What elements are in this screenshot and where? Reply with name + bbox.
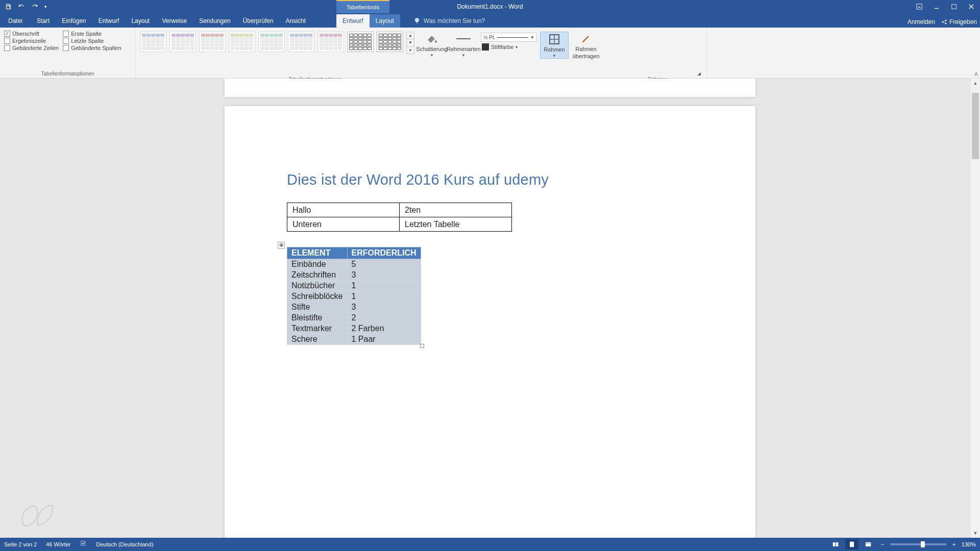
check-first-column[interactable]: Erste Spalte: [63, 31, 121, 37]
gallery-scroll-down[interactable]: ▼: [407, 39, 414, 46]
tab-mailings[interactable]: Sendungen: [193, 14, 236, 28]
table-row[interactable]: Stifte3: [287, 302, 421, 313]
scroll-track[interactable]: [971, 88, 980, 529]
ribbon-tabs: Datei Start Einfügen Entwurf Layout Verw…: [0, 13, 980, 28]
table-row[interactable]: Unteren Letzten Tabelle: [287, 217, 512, 232]
close-button[interactable]: [963, 0, 980, 13]
gallery-scroll-up[interactable]: ▲: [407, 32, 414, 39]
view-print-layout[interactable]: [845, 539, 859, 549]
tab-table-layout[interactable]: Layout: [370, 14, 400, 28]
table-row[interactable]: Zeitschriften3: [287, 270, 421, 281]
checkbox-icon: [63, 38, 69, 44]
chevron-down-icon: ▼: [530, 35, 534, 40]
tab-layout[interactable]: Layout: [125, 14, 156, 28]
gallery-scroll: ▲ ▼ ▾: [406, 32, 414, 54]
share-button[interactable]: Freigeben: [941, 18, 977, 26]
pen-color-swatch-icon: [482, 43, 489, 51]
border-styles-button[interactable]: Rahmenarten ▼: [449, 32, 478, 58]
status-word-count[interactable]: 46 Wörter: [46, 541, 70, 547]
signin-link[interactable]: Anmelden: [908, 18, 935, 26]
table-style-thumb[interactable]: [288, 32, 314, 52]
table-row[interactable]: Schreibblöcke1: [287, 291, 421, 302]
table-row[interactable]: Schere1 Paar: [287, 334, 421, 345]
svg-point-6: [945, 20, 946, 21]
table-style-thumb[interactable]: [199, 32, 226, 52]
table-row[interactable]: Textmarker2 Farben: [287, 323, 421, 334]
borders-button[interactable]: Rahmen ▼: [540, 32, 569, 59]
table-style-thumb[interactable]: [140, 32, 166, 52]
zoom-in-button[interactable]: +: [949, 541, 959, 547]
ribbon-display-button[interactable]: [911, 0, 928, 13]
table-header-cell[interactable]: ERFORDERLICH: [347, 247, 421, 259]
table-style-thumb[interactable]: [377, 32, 403, 52]
check-last-column[interactable]: Letzte Spalte: [63, 38, 121, 44]
table-simple[interactable]: Hallo 2ten Unteren Letzten Tabelle: [287, 203, 512, 232]
table-row[interactable]: Hallo 2ten: [287, 203, 512, 217]
zoom-out-button[interactable]: −: [878, 541, 887, 547]
redo-button[interactable]: [29, 1, 41, 12]
table-move-handle-icon[interactable]: ✥: [278, 242, 285, 249]
pen-color-select[interactable]: Stiftfarbe ▾: [481, 43, 537, 51]
check-banded-columns[interactable]: Gebänderte Spalten: [63, 45, 121, 51]
dialog-launcher-icon[interactable]: ◢: [696, 71, 702, 77]
zoom-slider-knob[interactable]: [921, 541, 925, 547]
table-cell[interactable]: Unteren: [287, 217, 400, 232]
zoom-level[interactable]: 130%: [962, 541, 976, 547]
minimize-button[interactable]: [928, 0, 945, 13]
ribbon: Überschrift Ergebniszeile Gebänderte Zei…: [0, 28, 980, 79]
group-table-styles: ▲ ▼ ▾ Schattierung ▼ Rahmenarten ▼ ½ Pt.: [136, 28, 707, 78]
zoom-slider[interactable]: [890, 543, 946, 545]
check-total-row[interactable]: Ergebniszeile: [4, 38, 59, 44]
table-style-thumb[interactable]: [169, 32, 196, 52]
share-icon: [941, 19, 947, 25]
table-header-cell[interactable]: ELEMENT: [287, 247, 348, 259]
pen-width-select[interactable]: ½ Pt. ▼: [481, 33, 537, 42]
maximize-button[interactable]: [945, 0, 963, 13]
tab-design[interactable]: Entwurf: [92, 14, 126, 28]
table-style-thumb[interactable]: [258, 32, 285, 52]
scroll-thumb[interactable]: [972, 93, 979, 159]
tab-home[interactable]: Start: [31, 14, 56, 28]
status-proofing-icon[interactable]: [80, 540, 87, 548]
tab-view[interactable]: Ansicht: [280, 14, 312, 28]
status-language[interactable]: Deutsch (Deutschland): [96, 541, 154, 547]
tab-references[interactable]: Verweise: [156, 14, 193, 28]
tab-review[interactable]: Überprüfen: [237, 14, 280, 28]
tab-table-design[interactable]: Entwurf: [336, 14, 370, 28]
status-page[interactable]: Seite 2 von 2: [4, 541, 37, 547]
svg-rect-2: [952, 5, 957, 9]
view-read-mode[interactable]: [829, 539, 842, 549]
border-painter-button[interactable]: Rahmen übertragen: [572, 32, 600, 59]
table-row[interactable]: Notizbücher1: [287, 281, 421, 291]
check-header-row[interactable]: Überschrift: [4, 31, 59, 37]
vertical-scrollbar[interactable]: ▲ ▼: [971, 79, 980, 538]
table-row[interactable]: Einbände5: [287, 259, 421, 270]
view-web-layout[interactable]: [862, 539, 875, 549]
tell-me-search[interactable]: Was möchten Sie tun?: [408, 14, 490, 28]
gallery-more-button[interactable]: ▾: [407, 47, 414, 54]
collapse-ribbon-button[interactable]: ᐱ: [974, 71, 978, 77]
table-style-thumb-selected[interactable]: [347, 32, 374, 52]
table-resize-handle-icon[interactable]: [420, 344, 424, 348]
table-cell[interactable]: Hallo: [287, 203, 400, 217]
qat-customize-button[interactable]: ▾: [42, 1, 49, 12]
check-banded-rows[interactable]: Gebänderte Zeilen: [4, 45, 59, 51]
table-style-thumb[interactable]: [317, 32, 344, 52]
scroll-down-button[interactable]: ▼: [971, 529, 980, 538]
table-styled[interactable]: ELEMENT ERFORDERLICH Einbände5 Zeitschri…: [287, 247, 421, 345]
save-button[interactable]: [2, 1, 14, 12]
tab-insert[interactable]: Einfügen: [56, 14, 92, 28]
table-style-thumb[interactable]: [229, 32, 255, 52]
table-header-row[interactable]: ELEMENT ERFORDERLICH: [287, 247, 421, 259]
table-cell[interactable]: 2ten: [400, 203, 512, 217]
table-cell[interactable]: Letzten Tabelle: [400, 217, 512, 232]
document-heading[interactable]: Dies ist der Word 2016 Kurs auf udemy: [287, 171, 699, 188]
chevron-down-icon: ▾: [516, 45, 518, 49]
table-row[interactable]: Bleistifte2: [287, 313, 421, 323]
shading-button[interactable]: Schattierung ▼: [418, 32, 446, 58]
undo-button[interactable]: [15, 1, 28, 12]
scroll-up-button[interactable]: ▲: [971, 79, 980, 88]
checkbox-icon: [4, 38, 10, 44]
tab-file[interactable]: Datei: [0, 14, 31, 28]
page[interactable]: Dies ist der Word 2016 Kurs auf udemy Ha…: [225, 106, 755, 538]
